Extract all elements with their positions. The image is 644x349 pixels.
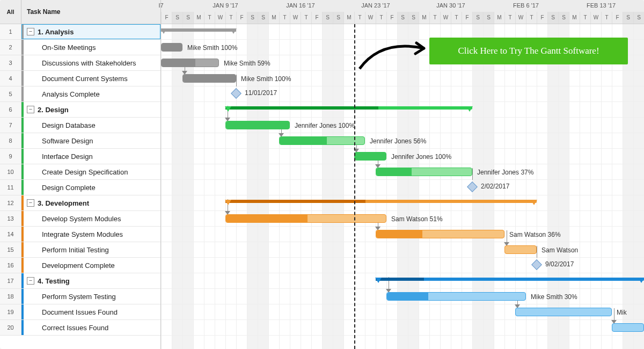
task-row[interactable]: 17−4. Testing [0,273,160,289]
row-main[interactable]: Develop System Modules [21,211,160,226]
row-main[interactable]: Integrate System Modules [21,227,160,242]
task-row[interactable]: 18Perform System Testing [0,289,160,304]
summary-bar[interactable] [225,106,472,112]
task-row[interactable]: 12−3. Development [0,195,160,211]
task-bar[interactable]: Jennifer Jones 100% [354,152,386,161]
group-color-bar [21,149,24,164]
task-name: Analysis Complete [42,90,100,98]
row-number: 7 [0,118,21,133]
task-row[interactable]: 1−1. Analysis [0,24,160,40]
summary-bar[interactable] [161,28,236,34]
day-cell: M [494,12,504,24]
row-main[interactable]: Perform System Testing [21,289,160,304]
row-number: 20 [0,320,21,335]
task-name: On-Site Meetings [42,43,96,52]
task-bar[interactable]: Jennifer Jones 100% [225,121,290,129]
row-main[interactable]: Perform Initial Testing [21,242,160,257]
day-cell: F [311,12,322,24]
row-main[interactable]: −2. Design [21,102,160,117]
task-row[interactable]: 5Analysis Complete [0,86,160,102]
milestone-icon[interactable] [231,88,241,99]
row-number: 14 [0,227,21,242]
task-row[interactable]: 7Design Database [0,118,160,133]
task-bar[interactable]: Jennifer Jones 37% [376,168,472,176]
row-number: 18 [0,289,21,304]
collapse-icon[interactable]: − [27,106,34,113]
row-main[interactable]: Correct Issues Found [21,320,160,335]
task-row[interactable]: 4Document Current Systems [0,71,160,86]
header: All Task Name I7JAN 9 '17JAN 16 '17JAN 2… [0,0,644,24]
bar-label: Sam Watson [541,246,578,255]
collapse-icon[interactable]: − [27,277,34,285]
row-main[interactable]: Document Issues Found [21,304,160,319]
row-main[interactable]: Document Current Systems [21,71,160,86]
task-bar[interactable]: Mike Smith 100% [161,43,182,52]
task-row[interactable]: 2On-Site Meetings [0,40,160,55]
task-bar[interactable]: Mike Smith 30% [386,292,526,301]
task-bar[interactable]: Mik [515,308,612,316]
day-cell: W [440,12,451,24]
row-main[interactable]: On-Site Meetings [21,40,160,55]
task-bar[interactable]: Mike Smith 100% [182,74,236,83]
day-cell: W [365,12,376,24]
row-main[interactable]: −1. Analysis [21,24,160,39]
chart-row: 11/01/2017 [161,86,644,102]
cta-button[interactable]: Click Here to Try The Gantt Software! [429,38,628,64]
group-color-bar [21,289,24,304]
chart-row: Sam Watson 36% [161,227,644,242]
row-main[interactable]: −4. Testing [21,273,160,288]
row-main[interactable]: Discussions with Stakeholders [21,55,160,70]
task-row[interactable]: 19Document Issues Found [0,304,160,320]
column-header-all[interactable]: All [0,0,21,24]
day-cell: W [515,12,526,24]
day-cell: S [397,12,408,24]
task-row[interactable]: 16Development Complete [0,258,160,273]
task-row[interactable]: 6−2. Design [0,102,160,118]
timeline-header[interactable]: I7JAN 9 '17JAN 16 '17JAN 23 '17JAN 30 '1… [161,0,644,24]
row-main[interactable]: Software Design [21,133,160,148]
task-row[interactable]: 11Design Complete [0,180,160,195]
task-row[interactable]: 3Discussions with Stakeholders [0,55,160,71]
task-row[interactable]: 15Perform Initial Testing [0,242,160,258]
task-name: 2. Design [38,106,69,114]
task-name: Develop System Modules [42,215,121,223]
milestone-icon[interactable] [531,259,542,270]
gantt-app: All Task Name I7JAN 9 '17JAN 16 '17JAN 2… [0,0,644,349]
day-cell: W [590,12,601,24]
task-bar[interactable] [612,323,644,332]
row-main[interactable]: Design Database [21,118,160,133]
summary-bar[interactable] [376,278,644,283]
day-strip: FSSMTWTFSSMTWTFSSMTWTFSSMTWTFSSMTWTFSSMT… [161,12,644,24]
task-row[interactable]: 9Interface Design [0,149,160,164]
summary-bar[interactable] [225,200,537,205]
task-row[interactable]: 20Correct Issues Found [0,320,160,336]
column-header-taskname[interactable]: Task Name [21,0,160,24]
collapse-icon[interactable]: − [27,199,34,207]
row-main[interactable]: Development Complete [21,258,160,273]
day-cell: S [333,12,343,24]
day-cell: F [386,12,397,24]
collapse-icon[interactable]: − [27,28,34,35]
task-row[interactable]: 13Develop System Modules [0,211,160,227]
bar-label: Sam Watson 51% [391,215,443,223]
row-main[interactable]: Analysis Complete [21,86,160,101]
row-main[interactable]: Create Design Specification [21,164,160,179]
task-bar[interactable]: Jennifer Jones 56% [279,136,365,145]
task-bar[interactable]: Sam Watson [504,245,537,254]
group-color-bar [21,227,24,242]
row-main[interactable]: Interface Design [21,149,160,164]
task-name: Document Issues Found [42,308,118,316]
task-row[interactable]: 8Software Design [0,133,160,149]
row-number: 10 [0,164,21,179]
task-bar[interactable]: Mike Smith 59% [161,59,219,67]
day-cell: T [204,12,215,24]
task-bar[interactable]: Sam Watson 36% [376,230,504,238]
task-row[interactable]: 14Integrate System Modules [0,227,160,242]
milestone-icon[interactable] [467,181,478,192]
task-name: Interface Design [42,152,93,161]
task-row[interactable]: 10Create Design Specification [0,164,160,180]
task-bar[interactable]: Sam Watson 51% [225,214,386,223]
row-main[interactable]: −3. Development [21,195,160,210]
row-main[interactable]: Design Complete [21,180,160,195]
task-name: Software Design [42,137,93,145]
